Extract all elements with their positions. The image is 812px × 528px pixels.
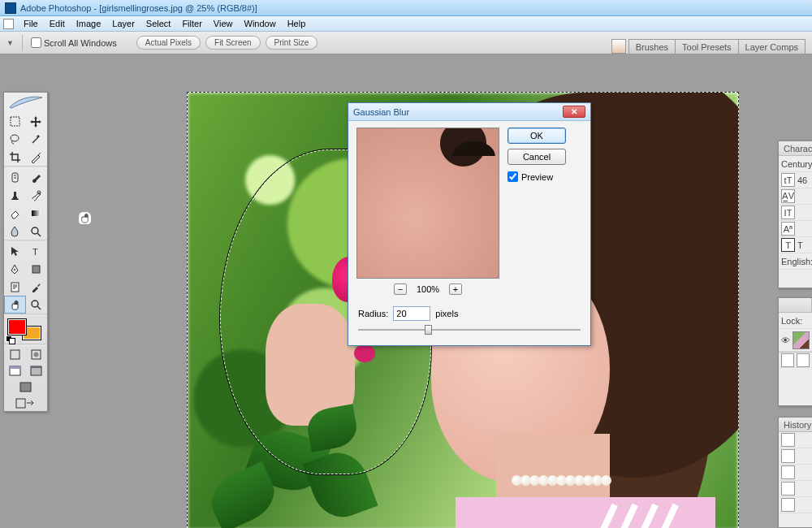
clone-stamp-tool-icon[interactable]: [4, 186, 26, 204]
dodge-tool-icon[interactable]: [26, 222, 48, 240]
menu-help[interactable]: Help: [282, 19, 312, 28]
crop-tool-icon[interactable]: [4, 148, 26, 166]
brush-tool-icon[interactable]: [26, 168, 48, 186]
menu-file[interactable]: File: [18, 19, 44, 28]
actual-pixels-button[interactable]: Actual Pixels: [136, 36, 201, 50]
layer-style-icon[interactable]: [781, 353, 794, 367]
character-palette[interactable]: Charac Century tT46 A̲V IT Aª TT English…: [778, 141, 812, 288]
foreground-color-swatch[interactable]: [7, 318, 27, 335]
zoom-in-button[interactable]: +: [449, 283, 462, 295]
menu-bar: File Edit Image Layer Select Filter View…: [0, 16, 812, 32]
radius-input[interactable]: [393, 306, 430, 321]
history-palette[interactable]: History: [778, 417, 812, 528]
dropdown-icon[interactable]: ▼: [6, 39, 14, 47]
menu-image[interactable]: Image: [71, 19, 107, 28]
visibility-icon[interactable]: 👁: [781, 335, 790, 345]
history-item[interactable]: [779, 448, 812, 465]
pen-tool-icon[interactable]: [4, 260, 26, 278]
app-icon: [5, 2, 16, 14]
document-icon: [3, 19, 14, 29]
svg-rect-0: [11, 117, 19, 126]
preview-checkbox[interactable]: Preview: [508, 171, 553, 182]
screen-mode-standard-icon[interactable]: [4, 362, 26, 379]
healing-brush-tool-icon[interactable]: [4, 168, 26, 186]
hand-tool-icon[interactable]: [78, 211, 92, 225]
dialog-preview-image[interactable]: [356, 128, 499, 279]
zoom-tool-icon[interactable]: [26, 296, 48, 314]
eraser-tool-icon[interactable]: [4, 204, 26, 222]
preview-checkbox-label: Preview: [521, 172, 553, 182]
history-tab[interactable]: History: [779, 418, 812, 431]
options-bar: ▼ Scroll All Windows Actual Pixels Fit S…: [0, 32, 812, 54]
gradient-tool-icon[interactable]: [26, 204, 48, 222]
tools-header-icon[interactable]: [4, 93, 47, 112]
tool-presets-tab[interactable]: Tool Presets: [675, 39, 739, 54]
zoom-value: 100%: [417, 284, 439, 294]
history-item[interactable]: [779, 481, 812, 497]
standard-mode-icon[interactable]: [4, 346, 26, 362]
screen-mode-full-menubar-icon[interactable]: [26, 362, 48, 379]
menu-view[interactable]: View: [208, 19, 239, 28]
print-size-button[interactable]: Print Size: [266, 36, 318, 50]
svg-rect-17: [31, 366, 41, 368]
layer-comps-tab[interactable]: Layer Comps: [738, 39, 806, 54]
scroll-all-windows-label: Scroll All Windows: [44, 38, 117, 48]
svg-rect-4: [32, 210, 41, 216]
magic-wand-tool-icon[interactable]: [26, 130, 48, 148]
notes-tool-icon[interactable]: [4, 278, 26, 296]
menu-edit[interactable]: Edit: [44, 19, 71, 28]
menu-select[interactable]: Select: [140, 19, 177, 28]
layers-tab[interactable]: [779, 298, 812, 312]
tools-palette: T: [3, 92, 48, 412]
lock-row: Lock:: [779, 313, 812, 329]
svg-rect-15: [10, 366, 20, 369]
dialog-titlebar[interactable]: Gaussian Blur ✕: [348, 103, 590, 121]
color-swatches[interactable]: [4, 316, 47, 344]
blur-tool-icon[interactable]: [4, 222, 26, 240]
default-colors-icon[interactable]: [6, 335, 15, 344]
history-brush-tool-icon[interactable]: [26, 186, 48, 204]
zoom-out-button[interactable]: −: [394, 283, 407, 295]
brush-preset-icon[interactable]: [611, 39, 626, 54]
slice-tool-icon[interactable]: [26, 148, 48, 166]
eyedropper-tool-icon[interactable]: [26, 278, 48, 296]
layer-thumbnail[interactable]: [793, 331, 810, 349]
brushes-tab[interactable]: Brushes: [628, 39, 676, 54]
layers-palette[interactable]: Lock: 👁: [778, 297, 812, 406]
quickmask-mode-icon[interactable]: [26, 346, 48, 362]
ok-button[interactable]: OK: [508, 128, 566, 144]
fit-screen-button[interactable]: Fit Screen: [205, 36, 261, 50]
cancel-button[interactable]: Cancel: [508, 149, 566, 165]
path-selection-tool-icon[interactable]: [4, 242, 26, 260]
svg-rect-11: [11, 350, 19, 359]
svg-text:T: T: [32, 247, 38, 257]
type-tool-icon[interactable]: T: [26, 242, 48, 260]
layer-row[interactable]: 👁: [779, 329, 812, 352]
hand-tool-icon-palette[interactable]: [4, 296, 26, 314]
dialog-title: Gaussian Blur: [353, 107, 409, 117]
jump-to-imageready-icon[interactable]: [4, 395, 47, 411]
history-item[interactable]: [779, 432, 812, 448]
layer-mask-icon[interactable]: [797, 353, 810, 367]
language-field[interactable]: English:: [779, 253, 812, 270]
history-item[interactable]: [779, 497, 812, 513]
svg-point-10: [32, 301, 38, 307]
history-item[interactable]: [779, 465, 812, 481]
menu-filter[interactable]: Filter: [176, 19, 207, 28]
character-tab[interactable]: Charac: [779, 141, 812, 155]
scroll-all-windows-checkbox[interactable]: Scroll All Windows: [31, 37, 117, 48]
move-tool-icon[interactable]: [26, 112, 48, 130]
screen-mode-full-icon[interactable]: [4, 379, 47, 395]
svg-point-1: [11, 135, 19, 141]
marquee-tool-icon[interactable]: [4, 112, 26, 130]
window-title: Adobe Photoshop - [girlsmellingroses.jpg…: [20, 3, 257, 13]
type-style-icon[interactable]: T: [781, 238, 795, 252]
radius-slider[interactable]: [358, 324, 581, 335]
close-icon[interactable]: ✕: [563, 106, 585, 118]
lasso-tool-icon[interactable]: [4, 130, 26, 148]
font-family-field[interactable]: Century: [779, 156, 812, 172]
font-size-value[interactable]: 46: [797, 175, 807, 185]
shape-tool-icon[interactable]: [26, 260, 48, 278]
menu-layer[interactable]: Layer: [106, 19, 140, 28]
menu-window[interactable]: Window: [239, 19, 282, 28]
